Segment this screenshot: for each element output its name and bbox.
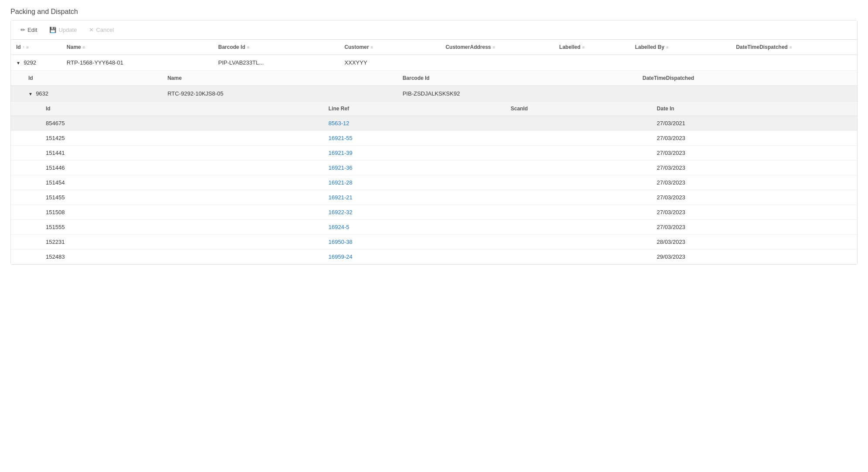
cell-expand[interactable]: ▼ 9292 xyxy=(11,55,62,71)
filter-icon-barcode: ≡ xyxy=(247,45,249,50)
detail-th-scanid: ScanId xyxy=(506,102,652,116)
inner-th-id: Id xyxy=(11,71,162,86)
detail-cell-id: 854675 xyxy=(11,116,323,131)
detail-cell-datein: 27/03/2023 xyxy=(652,190,857,205)
table-row: ▼ 9292 RTP-1568-YYY648-01 PIP-LVAB233TL.… xyxy=(11,55,857,71)
outer-table: Id ↑ ≡ Name ≡ Barcode Id xyxy=(11,40,857,264)
detail-table-row: 15144116921-3927/03/2023 xyxy=(11,146,857,161)
inner-expand-arrow-icon[interactable]: ▼ xyxy=(28,92,33,96)
detail-table-row: 15142516921-5527/03/2023 xyxy=(11,131,857,146)
filter-icon-labelledby: ≡ xyxy=(666,45,669,50)
detail-cell-lineref[interactable]: 16921-21 xyxy=(323,190,506,205)
inner-table-2-header-row: Id Line Ref ScanId Date In xyxy=(11,102,857,116)
edit-button[interactable]: ✏ Edit xyxy=(18,25,40,35)
inner-table-1-wrap: Id Name Barcode Id DateTimeDispatched xyxy=(11,71,857,264)
filter-icon-labelled: ≡ xyxy=(582,45,585,50)
cell-dtdispatched xyxy=(731,55,857,71)
detail-table-row: 8546758563-1227/03/2021 xyxy=(11,116,857,131)
detail-cell-lineref[interactable]: 8563-12 xyxy=(323,116,506,131)
detail-cell-scanid xyxy=(506,235,652,250)
th-customer-label: Customer xyxy=(345,44,369,50)
detail-cell-lineref[interactable]: 16922-32 xyxy=(323,205,506,220)
th-custaddr[interactable]: CustomerAddress ≡ xyxy=(440,40,554,55)
detail-cell-lineref[interactable]: 16959-24 xyxy=(323,250,506,264)
detail-table-row: 15150816922-3227/03/2023 xyxy=(11,205,857,220)
detail-cell-lineref[interactable]: 16924-5 xyxy=(323,220,506,235)
filter-icon-custaddr: ≡ xyxy=(492,45,495,50)
th-id-label: Id xyxy=(16,44,21,50)
inner-cell-barcode: PIB-ZSDJALKSKSK92 xyxy=(397,86,637,102)
detail-cell-scanid xyxy=(506,131,652,146)
detail-cell-lineref[interactable]: 16921-39 xyxy=(323,146,506,161)
detail-cell-id: 151508 xyxy=(11,205,323,220)
cell-name: RTP-1568-YYY648-01 xyxy=(62,55,213,71)
th-customer[interactable]: Customer ≡ xyxy=(339,40,441,55)
detail-table-row: 15155516924-527/03/2023 xyxy=(11,220,857,235)
detail-cell-lineref[interactable]: 16921-36 xyxy=(323,161,506,175)
page-title: Packing and Dispatch xyxy=(0,0,868,20)
cell-labelledby xyxy=(630,55,731,71)
inner-cell-expand[interactable]: ▼ 9632 xyxy=(11,86,162,102)
inner-section-row-1: Id Name Barcode Id DateTimeDispatched xyxy=(11,71,857,265)
detail-cell-lineref[interactable]: 16921-55 xyxy=(323,131,506,146)
th-id[interactable]: Id ↑ ≡ xyxy=(11,40,62,55)
detail-table-row: 15223116950-3828/03/2023 xyxy=(11,235,857,250)
cell-custaddr xyxy=(440,55,554,71)
th-barcode-label: Barcode Id xyxy=(218,44,245,50)
cancel-icon: ✕ xyxy=(89,27,94,33)
detail-th-lineref: Line Ref xyxy=(323,102,506,116)
outer-table-header-row: Id ↑ ≡ Name ≡ Barcode Id xyxy=(11,40,857,55)
toolbar: ✏ Edit 💾 Update ✕ Cancel xyxy=(11,21,857,40)
detail-cell-scanid xyxy=(506,146,652,161)
edit-icon: ✏ xyxy=(21,27,25,33)
inner-th-dtdispatched: DateTimeDispatched xyxy=(637,71,857,86)
edit-label: Edit xyxy=(27,27,37,33)
detail-cell-datein: 27/03/2023 xyxy=(652,146,857,161)
inner-section-cell-2: Id Line Ref ScanId Date In xyxy=(11,102,857,265)
inner-table-1-header-row: Id Name Barcode Id DateTimeDispatched xyxy=(11,71,857,86)
th-labelledby[interactable]: Labelled By ≡ xyxy=(630,40,731,55)
detail-cell-id: 151555 xyxy=(11,220,323,235)
detail-cell-scanid xyxy=(506,220,652,235)
detail-cell-lineref[interactable]: 16950-38 xyxy=(323,235,506,250)
detail-cell-scanid xyxy=(506,116,652,131)
th-name-label: Name xyxy=(67,44,81,50)
detail-cell-id: 151425 xyxy=(11,131,323,146)
outer-table-wrap: Id ↑ ≡ Name ≡ Barcode Id xyxy=(11,40,857,264)
th-barcode[interactable]: Barcode Id ≡ xyxy=(213,40,339,55)
th-labelled-label: Labelled xyxy=(559,44,581,50)
update-label: Update xyxy=(58,27,77,33)
detail-cell-id: 152231 xyxy=(11,235,323,250)
detail-th-id: Id xyxy=(11,102,323,116)
th-labelled[interactable]: Labelled ≡ xyxy=(554,40,630,55)
main-container: ✏ Edit 💾 Update ✕ Cancel Id ↑ ≡ xyxy=(10,20,858,265)
th-dtdispatched[interactable]: DateTimeDispatched ≡ xyxy=(731,40,857,55)
detail-table-row: 15145516921-2127/03/2023 xyxy=(11,190,857,205)
cancel-button[interactable]: ✕ Cancel xyxy=(86,25,116,35)
detail-cell-datein: 29/03/2023 xyxy=(652,250,857,264)
inner-section-cell-1: Id Name Barcode Id DateTimeDispatched xyxy=(11,71,857,265)
detail-cell-lineref[interactable]: 16921-28 xyxy=(323,175,506,190)
inner-table-1: Id Name Barcode Id DateTimeDispatched xyxy=(11,71,857,264)
update-button[interactable]: 💾 Update xyxy=(47,25,79,35)
detail-cell-scanid xyxy=(506,175,652,190)
inner-table-row: ▼ 9632 RTC-9292-10KJS8-05 PIB-ZSDJALKSKS… xyxy=(11,86,857,102)
detail-cell-scanid xyxy=(506,205,652,220)
detail-cell-datein: 27/03/2023 xyxy=(652,175,857,190)
detail-cell-scanid xyxy=(506,190,652,205)
th-custaddr-label: CustomerAddress xyxy=(445,44,491,50)
cell-barcode: PIP-LVAB233TL... xyxy=(213,55,339,71)
detail-cell-datein: 27/03/2021 xyxy=(652,116,857,131)
detail-cell-datein: 27/03/2023 xyxy=(652,131,857,146)
detail-cell-id: 151441 xyxy=(11,146,323,161)
th-name[interactable]: Name ≡ xyxy=(62,40,213,55)
inner-section-row-2: Id Line Ref ScanId Date In xyxy=(11,102,857,265)
detail-cell-datein: 27/03/2023 xyxy=(652,161,857,175)
detail-cell-datein: 28/03/2023 xyxy=(652,235,857,250)
expand-arrow-icon[interactable]: ▼ xyxy=(16,61,21,65)
detail-cell-datein: 27/03/2023 xyxy=(652,205,857,220)
filter-icon-dtdispatched: ≡ xyxy=(789,45,792,50)
detail-cell-scanid xyxy=(506,250,652,264)
sort-icon-id: ↑ xyxy=(23,45,25,49)
filter-icon-name: ≡ xyxy=(83,45,85,50)
